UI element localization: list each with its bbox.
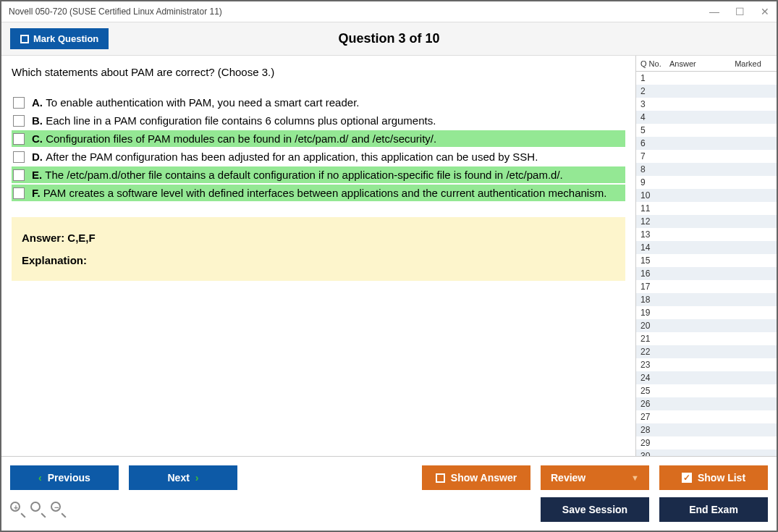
show-answer-button[interactable]: Show Answer <box>422 465 530 490</box>
col-answer: Answer <box>669 59 724 68</box>
option-label: B. Each line in a PAM configuration file… <box>32 114 436 127</box>
sidebar-row[interactable]: 7 <box>636 150 777 163</box>
sidebar-row[interactable]: 10 <box>636 189 777 202</box>
square-icon <box>436 473 445 483</box>
option-label: D. After the PAM configuration has been … <box>32 151 538 163</box>
window-controls: — ☐ ✕ <box>709 6 769 17</box>
sidebar-row[interactable]: 28 <box>636 423 777 436</box>
next-button[interactable]: Next › <box>129 465 237 490</box>
chevron-down-icon: ▼ <box>631 474 639 482</box>
option-E[interactable]: E. The /etc/pam.d/other file contains a … <box>12 166 625 183</box>
sidebar-row[interactable]: 23 <box>636 358 777 371</box>
checkbox-icon <box>20 35 29 43</box>
show-list-label: Show List <box>698 472 745 484</box>
sidebar-row[interactable]: 19 <box>636 306 777 319</box>
footer: ‹ Previous Next › Show Answer Review ▼ ✓… <box>1 456 777 531</box>
sidebar-row[interactable]: 12 <box>636 215 777 228</box>
body: Which statements about PAM are correct? … <box>1 56 777 456</box>
sidebar-row[interactable]: 18 <box>636 293 777 306</box>
option-label: F. PAM creates a software level with def… <box>32 187 606 199</box>
sidebar-row[interactable]: 2 <box>636 85 777 98</box>
options-list: A. To enable authentication with PAM, yo… <box>12 94 625 201</box>
mark-question-button[interactable]: Mark Question <box>10 28 109 49</box>
review-button[interactable]: Review ▼ <box>541 465 649 490</box>
sidebar-row[interactable]: 3 <box>636 98 777 111</box>
sidebar-row[interactable]: 15 <box>636 254 777 267</box>
question-text: Which statements about PAM are correct? … <box>12 66 625 78</box>
question-list-sidebar: Q No. Answer Marked 12345678910111213141… <box>635 56 777 456</box>
zoom-in-icon[interactable]: + <box>10 502 26 518</box>
col-qno: Q No. <box>640 59 669 68</box>
sidebar-row[interactable]: 29 <box>636 436 777 449</box>
sidebar-row[interactable]: 14 <box>636 241 777 254</box>
previous-label: Previous <box>48 472 90 484</box>
check-icon: ✓ <box>682 473 692 483</box>
close-button[interactable]: ✕ <box>761 6 769 17</box>
explanation-line: Explanation: <box>22 254 615 266</box>
checkbox[interactable] <box>13 187 25 199</box>
app-window: Novell 050-720 (SUSE Certified Linux Adm… <box>0 0 778 532</box>
sidebar-row[interactable]: 13 <box>636 228 777 241</box>
maximize-button[interactable]: ☐ <box>735 6 745 17</box>
previous-button[interactable]: ‹ Previous <box>10 465 119 490</box>
end-exam-label: End Exam <box>689 504 738 515</box>
zoom-out-icon[interactable]: − <box>51 502 67 518</box>
sidebar-row[interactable]: 4 <box>636 111 777 124</box>
sidebar-row[interactable]: 30 <box>636 449 777 456</box>
option-A[interactable]: A. To enable authentication with PAM, yo… <box>12 94 625 111</box>
sidebar-row[interactable]: 24 <box>636 371 777 384</box>
sidebar-row[interactable]: 16 <box>636 267 777 280</box>
sidebar-row[interactable]: 1 <box>636 72 777 85</box>
sidebar-row[interactable]: 5 <box>636 124 777 137</box>
zoom-controls: + − <box>10 502 67 518</box>
answer-box: Answer: C,E,F Explanation: <box>12 217 625 281</box>
mark-question-label: Mark Question <box>33 33 98 44</box>
option-label: A. To enable authentication with PAM, yo… <box>32 96 359 109</box>
option-F[interactable]: F. PAM creates a software level with def… <box>12 185 625 201</box>
question-counter: Question 3 of 10 <box>338 31 439 46</box>
show-answer-label: Show Answer <box>451 472 517 484</box>
option-C[interactable]: C. Configuration files of PAM modules ca… <box>12 130 625 147</box>
review-label: Review <box>551 472 585 484</box>
titlebar: Novell 050-720 (SUSE Certified Linux Adm… <box>1 1 777 22</box>
chevron-left-icon: ‹ <box>38 473 42 483</box>
save-session-button[interactable]: Save Session <box>541 497 649 522</box>
sidebar-row[interactable]: 25 <box>636 384 777 397</box>
checkbox[interactable] <box>13 151 25 163</box>
sidebar-row[interactable]: 6 <box>636 137 777 150</box>
checkbox[interactable] <box>13 169 25 181</box>
end-exam-button[interactable]: End Exam <box>659 497 768 522</box>
minimize-button[interactable]: — <box>709 6 719 17</box>
sidebar-row[interactable]: 11 <box>636 202 777 215</box>
sidebar-row[interactable]: 26 <box>636 397 777 410</box>
sidebar-row[interactable]: 22 <box>636 345 777 358</box>
col-marked: Marked <box>724 59 772 68</box>
header-bar: Mark Question Question 3 of 10 <box>1 22 777 56</box>
sidebar-list[interactable]: 1234567891011121314151617181920212223242… <box>636 72 777 456</box>
footer-row-primary: ‹ Previous Next › Show Answer Review ▼ ✓… <box>10 465 768 490</box>
answer-line: Answer: C,E,F <box>22 232 615 244</box>
next-label: Next <box>167 472 189 484</box>
option-label: C. Configuration files of PAM modules ca… <box>32 132 436 145</box>
sidebar-row[interactable]: 27 <box>636 410 777 423</box>
checkbox[interactable] <box>13 133 25 145</box>
footer-row-secondary: + − Save Session End Exam <box>10 497 768 522</box>
option-D[interactable]: D. After the PAM configuration has been … <box>12 148 625 165</box>
sidebar-row[interactable]: 8 <box>636 163 777 176</box>
zoom-reset-icon[interactable] <box>30 502 46 518</box>
checkbox[interactable] <box>13 97 25 109</box>
chevron-right-icon: › <box>195 473 199 483</box>
sidebar-row[interactable]: 17 <box>636 280 777 293</box>
save-session-label: Save Session <box>562 504 627 515</box>
option-B[interactable]: B. Each line in a PAM configuration file… <box>12 112 625 129</box>
sidebar-row[interactable]: 9 <box>636 176 777 189</box>
checkbox[interactable] <box>13 115 25 127</box>
show-list-button[interactable]: ✓ Show List <box>659 465 768 490</box>
option-label: E. The /etc/pam.d/other file contains a … <box>32 169 563 181</box>
sidebar-row[interactable]: 21 <box>636 332 777 345</box>
sidebar-header: Q No. Answer Marked <box>636 56 777 72</box>
window-title: Novell 050-720 (SUSE Certified Linux Adm… <box>9 7 222 17</box>
sidebar-row[interactable]: 20 <box>636 319 777 332</box>
main-panel: Which statements about PAM are correct? … <box>1 56 635 456</box>
